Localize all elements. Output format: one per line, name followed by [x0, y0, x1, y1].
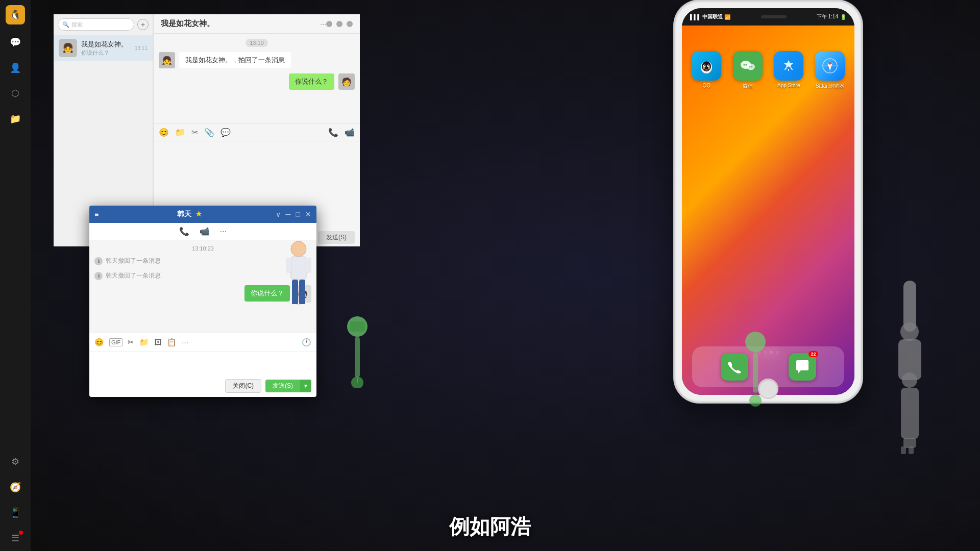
more-icon[interactable]: ··· [320, 20, 326, 28]
wechat-window: ≡ 韩天 ★ ∨ ─ □ ✕ 📞 📹 ··· 13:10:23 ℹ 韩天撤回了一… [89, 206, 316, 397]
sidebar-avatar[interactable]: 🐧 [6, 5, 25, 24]
contact-info: 我是如花女神。 你说什么？ [81, 40, 131, 57]
safari-label: Safari浏览器 [816, 83, 844, 90]
iphone-status-bar: ▌▌▌ 中国联通 📶 下午 1:14 🔋 [682, 8, 854, 26]
volume-up-button[interactable] [674, 68, 675, 86]
appstore-label: App Store [777, 83, 800, 88]
svg-rect-40 [901, 388, 919, 439]
iphone-screen: ▌▌▌ 中国联通 📶 下午 1:14 🔋 [682, 8, 854, 395]
carrier-info: ▌▌▌ 中国联通 📶 [690, 13, 730, 20]
qq-chat-icons: ··· [320, 20, 326, 28]
wechat-titlebar: ≡ 韩天 ★ ∨ ─ □ ✕ [89, 206, 316, 223]
qq-contact-item[interactable]: 👧 我是如花女神。 你说什么？ 13:11 [54, 35, 153, 61]
svg-point-20 [745, 64, 747, 66]
sidebar-item-apps[interactable]: ⬡ [8, 86, 23, 101]
maximize-button[interactable] [336, 21, 342, 27]
wechat-emoji-icon[interactable]: 😊 [94, 338, 104, 347]
qq-send-button[interactable]: 发送(S) [318, 231, 355, 244]
app-icon-wechat[interactable]: 微信 [731, 51, 765, 90]
mention-toolbar-icon[interactable]: 💬 [220, 128, 231, 137]
minimize-button[interactable] [326, 21, 332, 27]
apps-icon: ⬡ [11, 88, 19, 99]
wechat-menu-icon[interactable]: ≡ [94, 210, 99, 218]
sidebar-item-settings[interactable]: ⚙ [8, 454, 23, 469]
wifi-icon: 📶 [724, 14, 730, 20]
qq-icon-img [692, 51, 721, 81]
sidebar-item-files[interactable]: 📁 [8, 111, 23, 127]
power-button[interactable] [861, 81, 863, 106]
sidebar-item-menu[interactable]: ☰ [8, 531, 23, 546]
video-call-icon[interactable]: 📹 [200, 227, 210, 236]
qq-label: QQ [702, 83, 710, 88]
wechat-maximize-button[interactable]: □ [296, 210, 300, 218]
emoji-toolbar-icon[interactable]: 😊 [159, 128, 169, 137]
wechat-gif-icon[interactable]: GIF [109, 338, 122, 346]
phone-call-icon[interactable]: 📞 [179, 227, 189, 236]
svg-rect-41 [903, 438, 916, 448]
messages-badge: 22 [808, 351, 818, 357]
wechat-sys-text-2: 韩天撤回了一条消息 [106, 271, 161, 280]
iphone-home-button[interactable] [758, 379, 778, 399]
safari-icon-img [815, 51, 845, 81]
wechat-sys-text-1: 韩天撤回了一条消息 [106, 257, 161, 265]
sent-message-row: 🧑 你说什么？ [159, 73, 355, 90]
qq-add-button[interactable]: + [137, 19, 149, 30]
wechat-cut-icon[interactable]: ✂ [128, 338, 134, 347]
cut-toolbar-icon[interactable]: ✂ [191, 128, 198, 137]
wechat-star-icon[interactable]: ★ [195, 210, 202, 218]
contact-preview: 你说什么？ [81, 49, 131, 57]
window-controls [326, 21, 353, 27]
sidebar-item-mobile[interactable]: 📱 [8, 505, 23, 520]
phone-icon[interactable]: 📞 [328, 128, 338, 137]
wechat-collapse-button[interactable]: ∨ [276, 210, 281, 218]
qq-search-bar: 🔍 搜索 + [54, 14, 153, 35]
received-message-row: 👧 我是如花女神。，拍回了一条消息 [159, 52, 355, 68]
self-avatar-emoji: 🧑 [341, 77, 352, 87]
signal-bars: ▌▌▌ [690, 14, 701, 20]
volume-down-button[interactable] [674, 91, 675, 109]
qq-toolbar: 😊 📁 ✂ 📎 💬 📞 📹 [154, 123, 360, 141]
speaker-grille [761, 15, 787, 18]
mobile-icon: 📱 [10, 507, 21, 518]
qq-search-input[interactable]: 🔍 搜索 [58, 18, 134, 31]
close-button[interactable] [347, 21, 353, 27]
app-icons-grid: QQ [690, 51, 846, 90]
svg-point-13 [708, 65, 709, 66]
video-icon[interactable]: 📹 [345, 128, 355, 137]
app-icon-appstore[interactable]: App Store [772, 51, 805, 90]
wechat-more-icon[interactable]: ··· [220, 227, 227, 236]
wechat-send-dropdown[interactable]: ▼ [300, 380, 311, 392]
wechat-folder-icon[interactable]: 📁 [139, 338, 149, 347]
svg-point-15 [708, 66, 710, 69]
sidebar-item-contacts[interactable]: 👤 [8, 60, 23, 76]
wechat-send-group: 发送(S) ▼ [265, 380, 311, 392]
contact-time: 13:11 [135, 45, 148, 51]
wechat-self-avatar-emoji: 🧑 [298, 289, 308, 299]
app-icon-safari[interactable]: Safari浏览器 [814, 51, 847, 90]
svg-point-19 [743, 64, 745, 66]
wechat-image-icon[interactable]: 🖼 [154, 338, 162, 346]
app-icon-qq[interactable]: QQ [690, 51, 723, 90]
wechat-clipboard-icon[interactable]: 📋 [167, 338, 177, 347]
sidebar-item-chat[interactable]: 💬 [8, 35, 23, 50]
wechat-send-row: 关闭(C) 发送(S) ▼ [89, 377, 316, 397]
dock-phone[interactable] [721, 353, 748, 381]
qq-messages: 13:10 👧 我是如花女神。，拍回了一条消息 🧑 你说什么？ [154, 34, 360, 123]
wechat-close-button[interactable]: ✕ [305, 210, 311, 218]
clip-toolbar-icon[interactable]: 📎 [204, 128, 214, 137]
svg-rect-42 [901, 446, 906, 454]
dock-messages[interactable]: 22 [789, 353, 816, 381]
wechat-icon-img [733, 51, 763, 81]
sidebar-item-compass[interactable]: 🧭 [8, 480, 23, 495]
wechat-input-area[interactable] [89, 351, 316, 377]
svg-point-18 [747, 64, 755, 70]
wechat-clock-icon[interactable]: 🕐 [302, 338, 311, 347]
svg-point-14 [703, 66, 705, 69]
wechat-more-toolbar-icon[interactable]: ··· [182, 338, 188, 346]
wechat-minimize-button[interactable]: ─ [286, 210, 291, 218]
wechat-send-button[interactable]: 发送(S) [265, 380, 300, 392]
wechat-close-btn[interactable]: 关闭(C) [225, 379, 261, 393]
received-bubble: 我是如花女神。，拍回了一条消息 [179, 52, 291, 68]
sidebar-avatar-icon: 🐧 [10, 9, 21, 20]
file-toolbar-icon[interactable]: 📁 [175, 128, 185, 137]
